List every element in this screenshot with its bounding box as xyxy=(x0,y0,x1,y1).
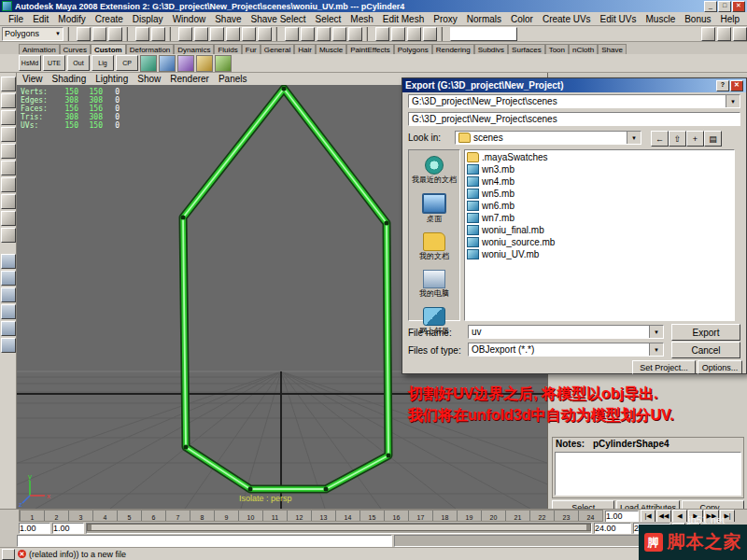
scale-tool-icon[interactable] xyxy=(1,161,16,175)
dialog-close-button[interactable]: ✕ xyxy=(730,80,743,91)
show-tool-settings-icon[interactable] xyxy=(717,27,731,41)
animation-start-field[interactable]: 1.00 xyxy=(19,523,50,534)
timeline-frame[interactable]: 13 xyxy=(311,511,335,521)
panel-menu-item[interactable]: View xyxy=(22,74,43,84)
shelf-item-icon[interactable] xyxy=(159,55,176,72)
chevron-down-icon[interactable]: ▼ xyxy=(627,132,641,144)
look-in-dropdown[interactable]: scenes ▼ xyxy=(455,131,641,145)
timeline-frame[interactable]: 10 xyxy=(238,511,262,521)
file-list-item[interactable]: wn4.mb xyxy=(467,175,732,188)
layout-persp-graph-icon[interactable] xyxy=(1,304,16,319)
shelf-item-icon[interactable] xyxy=(177,55,194,72)
shelf-tab[interactable]: General xyxy=(261,44,294,54)
shelf-tab[interactable]: Fluids xyxy=(214,44,241,54)
shelf-mel-button[interactable]: Lig xyxy=(92,55,114,71)
shelf-tab[interactable]: Custom xyxy=(91,44,126,54)
shelf-item-icon[interactable] xyxy=(196,55,213,72)
minimize-button[interactable]: _ xyxy=(704,1,717,12)
places-bar-item[interactable]: 桌面 xyxy=(422,193,446,223)
playback-button[interactable]: ◀◀ xyxy=(656,510,671,523)
shelf-tab[interactable]: Deformation xyxy=(126,44,175,54)
panel-menu-item[interactable]: Lighting xyxy=(95,74,128,84)
snap-point-icon[interactable] xyxy=(317,27,331,41)
file-list[interactable]: .mayaSwatches wn3.mb wn4.mb wn5.mb xyxy=(464,149,735,321)
timeline-frame[interactable]: 22 xyxy=(529,511,554,521)
shelf-tab[interactable]: Dynamics xyxy=(174,44,214,54)
shelf-mel-button[interactable]: UTE xyxy=(43,55,65,71)
help-button[interactable]: ? xyxy=(716,80,729,91)
shelf-tab[interactable]: PaintEffects xyxy=(346,44,394,54)
make-live-icon[interactable] xyxy=(348,27,362,41)
snap-grid-icon[interactable] xyxy=(285,27,299,41)
selection-mask-icon[interactable] xyxy=(226,27,240,41)
menu-item[interactable]: Edit UVs xyxy=(596,14,641,24)
shelf-tab[interactable]: Rendering xyxy=(432,44,474,54)
menu-item[interactable]: File xyxy=(4,14,28,24)
menu-item[interactable]: Edit Mesh xyxy=(378,14,429,24)
selection-mask-icon[interactable] xyxy=(242,27,256,41)
shelf-tab[interactable]: Animation xyxy=(19,44,60,54)
panel-menu-item[interactable]: Shading xyxy=(52,74,87,84)
options-button[interactable]: Options... xyxy=(698,360,742,374)
layout-persp-outliner-icon[interactable] xyxy=(1,287,16,302)
universal-manipulator-icon[interactable] xyxy=(1,177,16,192)
redo-icon[interactable] xyxy=(151,27,165,41)
timeline-frame[interactable]: 2 xyxy=(44,511,68,521)
export-button[interactable]: Export xyxy=(671,324,740,341)
shelf-tab[interactable]: Polygons xyxy=(394,44,432,54)
timeline-frame[interactable]: 24 xyxy=(578,511,602,521)
timeline-frame[interactable]: 14 xyxy=(335,511,359,521)
playback-button[interactable]: ◀ xyxy=(672,510,687,523)
save-scene-icon[interactable] xyxy=(108,27,122,41)
set-project-button[interactable]: Set Project... xyxy=(632,360,696,374)
construction-history-icon[interactable] xyxy=(375,27,389,41)
timeline-frame[interactable]: 4 xyxy=(92,511,117,521)
shelf-mel-button[interactable]: HsMd xyxy=(19,55,41,71)
shelf-tab[interactable]: Curves xyxy=(60,44,91,54)
menu-item[interactable]: Create xyxy=(91,14,128,24)
timeline-frame[interactable]: 20 xyxy=(481,511,505,521)
menu-item[interactable]: Shave xyxy=(210,14,246,24)
timeline-frame[interactable]: 21 xyxy=(505,511,529,521)
shelf-tab[interactable]: Muscle xyxy=(316,44,346,54)
range-slider[interactable] xyxy=(86,523,592,534)
menu-item[interactable]: Shave Select xyxy=(247,14,311,24)
places-bar-item[interactable]: 我的文档 xyxy=(419,232,449,260)
timeline-frame[interactable]: 6 xyxy=(141,511,165,521)
snap-plane-icon[interactable] xyxy=(332,27,346,41)
shelf-mel-button[interactable]: Out xyxy=(67,55,90,71)
layout-uv-editor-icon[interactable] xyxy=(1,338,16,353)
menu-item[interactable]: Bonus xyxy=(680,14,715,24)
timeline-frame[interactable]: 15 xyxy=(359,511,384,521)
menu-item[interactable]: Display xyxy=(128,14,168,24)
rotate-tool-icon[interactable] xyxy=(1,144,16,159)
playback-button[interactable]: |◀ xyxy=(641,510,655,523)
ipr-render-icon[interactable] xyxy=(407,27,421,41)
view-menu-icon[interactable]: ▤ xyxy=(704,131,722,147)
soft-mod-tool-icon[interactable] xyxy=(1,194,16,209)
layout-single-pane-icon[interactable] xyxy=(1,254,16,269)
quick-selection-field[interactable] xyxy=(450,27,517,41)
select-tool-icon[interactable] xyxy=(1,77,16,91)
script-editor-icon[interactable] xyxy=(2,549,15,560)
chevron-down-icon[interactable]: ▼ xyxy=(649,343,663,356)
new-folder-icon[interactable]: + xyxy=(686,131,704,147)
select-object-icon[interactable] xyxy=(194,27,208,41)
shelf-tab[interactable]: Hair xyxy=(294,44,316,54)
range-slider-handle[interactable] xyxy=(87,524,591,531)
show-attribute-editor-icon[interactable] xyxy=(701,27,715,41)
timeline-frame[interactable]: 12 xyxy=(287,511,311,521)
timeline-frame[interactable]: 8 xyxy=(190,511,214,521)
file-name-input[interactable]: uv ▼ xyxy=(468,325,664,339)
timeline-frame[interactable]: 5 xyxy=(117,511,141,521)
open-scene-icon[interactable] xyxy=(92,27,106,41)
chevron-down-icon[interactable]: ▼ xyxy=(726,95,740,107)
notes-textarea[interactable] xyxy=(555,452,741,496)
menu-item[interactable]: Create UVs xyxy=(538,14,596,24)
current-path-field[interactable]: G:\3D_project\New_Project\scenes xyxy=(408,112,740,126)
file-list-item[interactable]: wn6.mb xyxy=(467,200,732,212)
selection-mask-icon[interactable] xyxy=(258,27,272,41)
select-hierarchy-icon[interactable] xyxy=(178,27,192,41)
show-manipulator-icon[interactable] xyxy=(1,211,16,226)
shelf-item-icon[interactable] xyxy=(215,55,232,72)
